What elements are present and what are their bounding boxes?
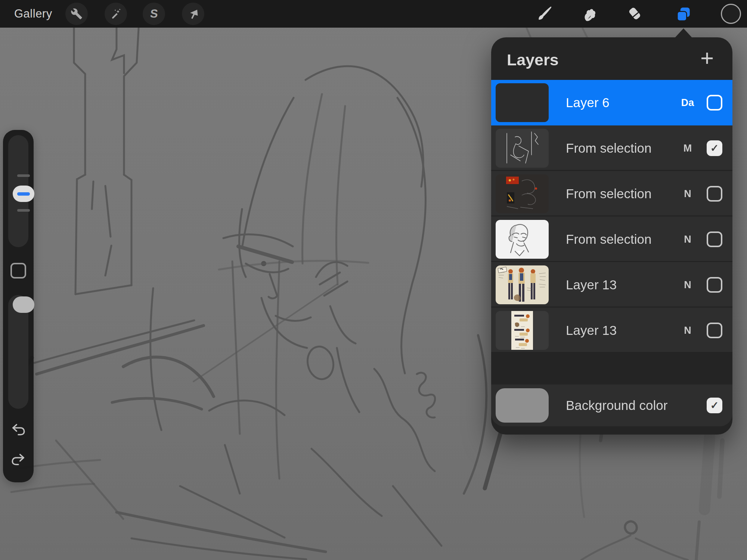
handle-blue-bar-icon [17,192,30,196]
redo-icon [10,451,27,467]
panel-caret-icon [675,28,692,38]
background-color-swatch[interactable] [496,388,549,423]
layer-row-from-selection-1[interactable]: From selection M ✓ [491,125,732,171]
layers-panel: Layers + Layer 6 Da [491,37,732,435]
layers-icon [674,4,693,23]
wrench-icon [71,8,83,20]
redo-button[interactable] [9,450,27,468]
background-color-label: Background color [566,385,667,426]
layer-name: From selection [566,125,652,171]
gallery-button[interactable]: Gallery [14,0,52,28]
layer-list: Layer 6 Da [491,80,732,353]
blend-mode-button[interactable]: N [673,171,703,217]
undo-button[interactable] [9,420,27,438]
slider-tick [17,209,30,212]
arrow-icon [187,8,199,20]
visibility-checkbox[interactable] [707,186,722,202]
background-visibility-checkbox[interactable]: ✓ [707,398,722,413]
brush-size-slider[interactable] [8,135,28,247]
layer-thumbnail[interactable] [496,311,549,350]
current-color-swatch-icon [721,4,741,24]
blend-mode-button[interactable]: Da [673,80,703,125]
layers-button-active[interactable] [670,0,697,28]
visibility-checkbox[interactable] [707,323,722,338]
brush-icon [534,4,553,23]
blend-mode-button[interactable]: N [673,308,703,353]
add-layer-button[interactable]: + [692,37,722,80]
collage-thumbnail-art [496,174,549,213]
blend-mode-button[interactable]: N [673,217,703,262]
layer-name: From selection [566,217,652,262]
layer-name: Layer 13 [566,308,617,353]
layer-thumbnail[interactable] [496,220,549,259]
sidebar [3,130,34,482]
portrait-thumbnail-art [496,220,549,259]
sketch-thumbnail-art [496,129,549,168]
color-button[interactable] [718,0,744,28]
layer-name: Layer 6 [566,80,610,125]
magic-wand-icon [110,8,122,20]
brush-tool-button[interactable] [530,0,557,28]
adjustments-button[interactable] [105,3,127,25]
visibility-checkbox[interactable] [707,277,722,293]
selection-s-icon: S [149,7,158,21]
layer-name: From selection [566,171,652,217]
layers-panel-header: Layers + [491,37,732,80]
slider-tick [17,174,30,177]
opacity-handle[interactable] [13,296,34,313]
layer-row-layer13-2[interactable]: Layer 13 N [491,308,732,353]
visibility-checkbox[interactable] [707,95,722,111]
modify-button[interactable] [10,263,26,279]
blend-mode-button[interactable]: M [673,125,703,171]
layer-row-from-selection-2[interactable]: From selection N [491,171,732,217]
smudge-tool-button[interactable] [576,0,602,28]
eraser-icon [626,4,644,23]
eraser-tool-button[interactable] [622,0,648,28]
rotated-ref-thumbnail-art [496,311,549,350]
background-color-row[interactable]: Background color ✓ [491,385,732,426]
top-toolbar: Gallery S [0,0,747,28]
selection-button[interactable]: S [143,3,165,25]
undo-icon [10,421,27,438]
layer-row-layer6[interactable]: Layer 6 Da [491,80,732,125]
layer-row-layer13-1[interactable]: Layer 13 N [491,262,732,308]
smudge-icon [580,4,599,23]
layers-panel-title: Layers [507,37,559,80]
opacity-slider[interactable] [8,295,28,409]
layer-name: Layer 13 [566,262,617,308]
actions-button[interactable] [65,3,88,25]
ref-sheet-thumbnail-art [496,265,549,304]
layer-thumbnail[interactable] [496,129,549,168]
blend-mode-button[interactable]: N [673,262,703,308]
layer-thumbnail[interactable] [496,174,549,213]
procreate-app: Gallery S [0,0,747,560]
layer-row-from-selection-3[interactable]: From selection N [491,217,732,262]
transform-button[interactable] [182,3,204,25]
visibility-checkbox[interactable] [707,231,722,247]
visibility-checkbox[interactable]: ✓ [707,140,722,156]
brush-size-handle[interactable] [13,186,34,202]
layer-thumbnail[interactable] [496,83,549,122]
layer-thumbnail[interactable] [496,265,549,304]
